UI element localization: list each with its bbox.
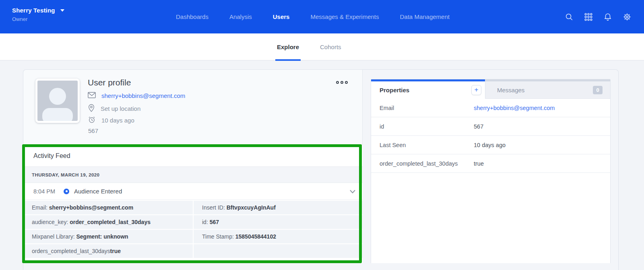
nav-item-data-management[interactable]: Data Management <box>400 13 450 20</box>
tab-messages[interactable]: Messages 0 <box>485 79 610 99</box>
nav-item-users[interactable]: Users <box>273 13 290 20</box>
event-detail-cell: id: 567 <box>194 215 363 229</box>
main-content-card: User profile sherry+bobbins@segment.com … <box>23 69 619 270</box>
apps-grid-icon[interactable] <box>584 12 593 22</box>
tab-explore[interactable]: Explore <box>276 33 300 60</box>
notifications-bell-icon[interactable] <box>603 12 613 22</box>
caret-down-icon <box>60 6 65 14</box>
property-value: true <box>474 160 484 167</box>
kebab-dot-icon <box>345 81 348 84</box>
property-label: order_completed_last_30days <box>380 160 474 167</box>
profile-email-link[interactable]: sherry+bobbins@segment.com <box>101 92 185 99</box>
active-tab-underline <box>275 59 301 61</box>
property-label: id <box>380 123 474 130</box>
event-detail-cell: Email: sherry+bobbins@segment.com <box>23 201 193 214</box>
set-up-location-link[interactable]: Set up location <box>101 105 140 112</box>
nav-item-analysis[interactable]: Analysis <box>229 13 252 20</box>
envelope-icon <box>88 92 96 100</box>
property-label: Last Seen <box>380 142 474 148</box>
nav-icon-group <box>564 0 632 33</box>
chevron-down-icon[interactable] <box>350 188 355 195</box>
activity-feed: Activity Feed THURSDAY, MARCH 19, 2020 8… <box>23 145 363 263</box>
nav-item-dashboards[interactable]: Dashboards <box>176 13 208 20</box>
project-name[interactable]: Sherry Testing <box>12 7 55 14</box>
kebab-dot-icon <box>336 81 339 84</box>
tab-cohorts[interactable]: Cohorts <box>319 33 342 60</box>
property-value-email-link[interactable]: sherry+bobbins@segment.com <box>474 105 555 111</box>
user-profile-section: User profile sherry+bobbins@segment.com … <box>23 70 363 263</box>
kebab-dot-icon <box>341 81 343 84</box>
more-options-button[interactable] <box>336 81 348 84</box>
alarm-clock-icon <box>88 116 96 125</box>
activity-event-row[interactable]: 8:04 PM Audience Entered <box>23 183 363 200</box>
event-detail-cell: Time Stamp: 1585045844102 <box>194 230 363 243</box>
avatar <box>35 79 80 123</box>
event-detail-cell: Mixpanel Library: Segment: unknown <box>23 230 193 243</box>
event-time: 8:04 PM <box>33 188 64 195</box>
primary-nav: Dashboards Analysis Users Messages & Exp… <box>176 0 450 33</box>
property-row: order_completed_last_30days true <box>371 154 610 173</box>
property-row: Last Seen 10 days ago <box>371 136 610 154</box>
add-property-button[interactable]: + <box>471 85 481 95</box>
event-details-table: Email: sherry+bobbins@segment.com Insert… <box>23 200 363 258</box>
event-name: Audience Entered <box>74 188 122 195</box>
properties-panel: Properties + Messages 0 Email sherry+bob… <box>371 79 611 263</box>
property-value: 10 days ago <box>474 142 506 148</box>
nav-item-messages-experiments[interactable]: Messages & Experiments <box>310 13 379 20</box>
location-pin-icon <box>88 104 95 113</box>
top-navigation-bar: Sherry Testing Owner Dashboards Analysis… <box>0 0 644 33</box>
tab-properties[interactable]: Properties + <box>371 79 485 99</box>
settings-gear-icon[interactable] <box>622 12 632 22</box>
activity-feed-title: Activity Feed <box>23 145 363 167</box>
distinct-id-text: 567 <box>88 127 98 134</box>
activity-date-header: THURSDAY, MARCH 19, 2020 <box>23 167 363 183</box>
messages-count-badge: 0 <box>593 86 603 94</box>
audience-entered-dot-icon <box>64 189 69 194</box>
property-label: Email <box>380 105 474 111</box>
project-role: Owner <box>12 16 65 22</box>
property-value: 567 <box>474 123 483 130</box>
event-detail-cell: orders_completed_last_30daystrue <box>23 244 193 258</box>
property-row: Email sherry+bobbins@segment.com <box>371 99 610 117</box>
secondary-tab-bar: Explore Cohorts <box>0 33 644 60</box>
project-switcher[interactable]: Sherry Testing Owner <box>12 6 65 22</box>
event-detail-cell: Insert ID: BftvpxcuyAgInAuf <box>194 201 363 214</box>
last-seen-text: 10 days ago <box>101 117 134 124</box>
event-detail-cell <box>194 244 363 258</box>
search-icon[interactable] <box>564 12 574 22</box>
page-title: User profile <box>88 78 131 87</box>
property-row: id 567 <box>371 117 610 136</box>
event-detail-cell: audience_key: order_completed_last_30day… <box>23 215 193 229</box>
